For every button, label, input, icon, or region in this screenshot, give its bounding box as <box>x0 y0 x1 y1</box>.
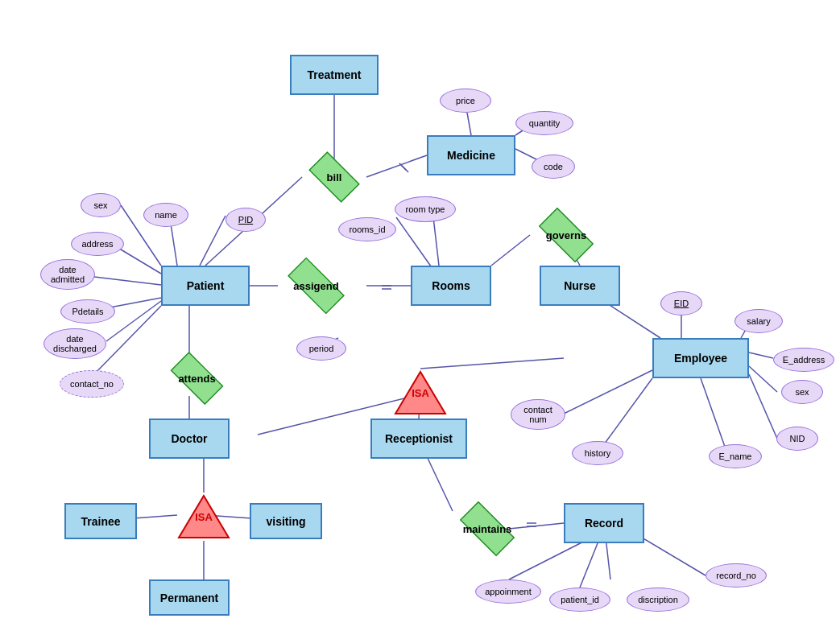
attribute-date_admitted: date admitted <box>40 259 95 290</box>
attribute-appoinment: appoinment <box>475 579 541 604</box>
attribute-salary: salary <box>734 309 783 333</box>
entity-patient: Patient <box>161 266 250 306</box>
svg-line-1 <box>366 155 427 177</box>
attribute-period: period <box>296 336 346 361</box>
entity-receptionist: Receptionist <box>370 419 467 459</box>
attribute-e_name: E_name <box>709 444 762 468</box>
entity-treatment: Treatment <box>290 55 379 95</box>
entity-trainee: Trainee <box>64 503 137 539</box>
svg-line-27 <box>749 353 773 358</box>
entity-visiting: visiting <box>250 503 322 539</box>
relationship-assigend: assigend <box>278 268 354 303</box>
entity-medicine: Medicine <box>427 135 515 175</box>
attribute-history: history <box>572 441 623 465</box>
attribute-price: price <box>440 89 491 113</box>
svg-line-19 <box>106 301 161 341</box>
attribute-discription: discription <box>627 588 689 612</box>
attribute-quantity: quantity <box>515 111 573 135</box>
attribute-contact_no: contact_no <box>60 370 124 398</box>
entity-nurse: Nurse <box>540 266 620 306</box>
svg-line-15 <box>200 216 226 266</box>
attribute-sex: sex <box>81 193 121 217</box>
svg-line-30 <box>701 378 725 447</box>
svg-line-33 <box>420 358 564 369</box>
attribute-room_type: room type <box>395 196 456 222</box>
svg-line-29 <box>749 374 777 439</box>
diagram-container: TreatmentMedicinePatientRoomsNurseEmploy… <box>0 0 840 635</box>
svg-line-3 <box>467 113 471 135</box>
entity-employee: Employee <box>652 338 749 378</box>
relationship-attends: attends <box>163 361 231 396</box>
attribute-pdetails: Pdetails <box>60 299 115 324</box>
svg-line-11 <box>491 235 530 266</box>
svg-line-48 <box>402 166 408 172</box>
attribute-name: name <box>143 203 188 227</box>
relationship-bill: bill <box>302 159 366 195</box>
svg-line-28 <box>749 366 777 392</box>
attribute-patient_id: patient_id <box>549 588 610 612</box>
attribute-e_address: E_address <box>773 348 834 372</box>
attribute-date_discharged: date discharged <box>43 328 106 359</box>
isa-isa_doctor: ISA <box>176 493 232 541</box>
attribute-record_no: record_no <box>706 563 767 588</box>
entity-permanent: Permanent <box>149 579 230 616</box>
entity-rooms: Rooms <box>411 266 491 306</box>
entity-record: Record <box>564 503 644 543</box>
attribute-nid: NID <box>776 427 818 451</box>
attribute-code: code <box>532 155 575 179</box>
attribute-rooms_id: rooms_id <box>338 217 396 241</box>
attribute-address: address <box>71 232 124 256</box>
relationship-governs: governs <box>530 217 602 253</box>
svg-line-32 <box>564 370 652 414</box>
diagram-title <box>0 0 840 10</box>
svg-line-47 <box>399 163 406 170</box>
attribute-contact_num: contact num <box>511 399 565 430</box>
attribute-eid: EID <box>660 291 702 315</box>
relationship-maintains: maintains <box>451 511 523 546</box>
attribute-pid: PID <box>226 208 266 232</box>
entity-doctor: Doctor <box>149 419 230 459</box>
isa-isa_employee: ISA <box>392 369 449 417</box>
attribute-sex2: sex <box>781 380 823 404</box>
